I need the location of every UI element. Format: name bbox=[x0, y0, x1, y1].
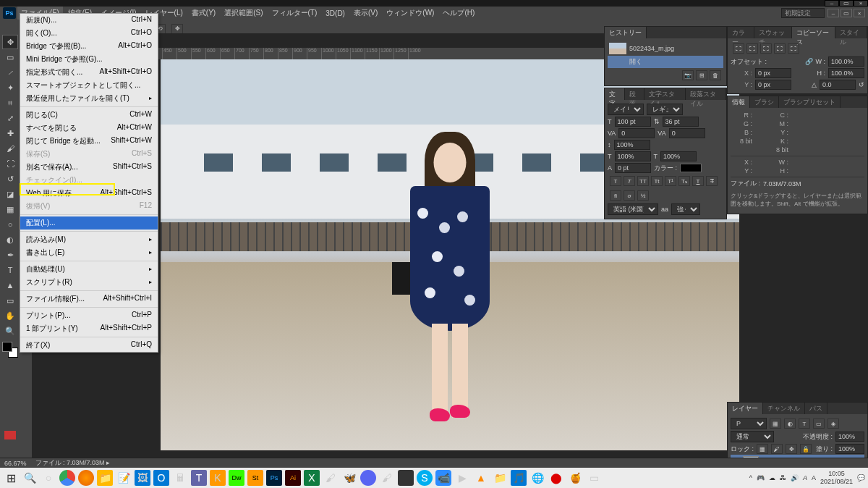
illustrator-icon[interactable]: Ai bbox=[285, 470, 301, 486]
menu-help[interactable]: ヘルプ(H) bbox=[439, 7, 478, 20]
paths-tab[interactable]: パス bbox=[805, 403, 827, 414]
clone-src-5[interactable]: ⛶ bbox=[788, 43, 799, 54]
channels-tab[interactable]: チャンネル bbox=[763, 403, 805, 414]
quick-mask-toggle[interactable] bbox=[4, 431, 16, 439]
media-icon[interactable]: ▶ bbox=[454, 470, 470, 486]
globe-icon[interactable]: 🌐 bbox=[529, 470, 545, 486]
file-menu-item[interactable]: 最近使用したファイルを開く(T) bbox=[20, 92, 158, 105]
fill-input[interactable] bbox=[835, 444, 864, 454]
opacity-input[interactable] bbox=[835, 432, 864, 442]
brush-tab[interactable]: ブラシ bbox=[750, 96, 779, 108]
cortana-icon[interactable]: ○ bbox=[41, 470, 56, 486]
filter-smart-icon[interactable]: ◈ bbox=[827, 418, 839, 429]
file-menu-item[interactable]: 指定形式で開く...Alt+Shift+Ctrl+O bbox=[20, 66, 158, 79]
text-color-swatch[interactable] bbox=[680, 164, 702, 172]
notification-icon[interactable]: 💬 bbox=[857, 474, 865, 481]
file-menu-item[interactable]: 自動処理(U) bbox=[20, 263, 158, 276]
ime-icon[interactable]: A bbox=[812, 474, 816, 481]
strikethrough-button[interactable]: T̶ bbox=[706, 176, 718, 186]
tray-network-icon[interactable]: 🖧 bbox=[780, 474, 786, 481]
copysource-tab[interactable]: コピーソース bbox=[792, 27, 835, 38]
eyedropper-tool[interactable]: ⤢ bbox=[2, 111, 18, 125]
lock-position-icon[interactable]: ✥ bbox=[786, 444, 797, 454]
font-size-input[interactable] bbox=[615, 117, 651, 127]
color-swatches[interactable] bbox=[2, 342, 18, 358]
st-icon[interactable]: St bbox=[247, 470, 263, 486]
menu-filter[interactable]: フィルター(T) bbox=[268, 7, 321, 20]
doc-close-button[interactable]: × bbox=[854, 9, 865, 17]
file-menu-item[interactable]: 閉じて Bridge を起動...Shift+Ctrl+W bbox=[20, 135, 158, 148]
move-tool[interactable]: ✥ bbox=[2, 35, 18, 49]
reset-icon[interactable]: ↺ bbox=[859, 81, 864, 88]
color-tab[interactable]: カラー bbox=[728, 27, 754, 38]
outlook-icon[interactable]: O bbox=[153, 470, 169, 486]
menu-view[interactable]: 表示(V) bbox=[350, 7, 381, 20]
hscale2-input[interactable] bbox=[660, 151, 697, 161]
maximize-button[interactable]: ▭ bbox=[839, 0, 854, 7]
tray-cloud-icon[interactable]: ☁ bbox=[769, 474, 775, 481]
baseline-input[interactable] bbox=[615, 163, 651, 173]
blend-mode-select[interactable]: 通常 bbox=[731, 431, 774, 442]
dreamweaver-icon[interactable]: Dw bbox=[229, 470, 244, 486]
tracking-input[interactable] bbox=[669, 128, 705, 138]
explorer-icon[interactable]: 📁 bbox=[97, 470, 113, 486]
dodge-tool[interactable]: ◐ bbox=[2, 232, 18, 247]
ime-a-icon[interactable]: A bbox=[803, 474, 807, 481]
photos-icon[interactable]: 🖼 bbox=[135, 470, 150, 486]
brush-app-icon[interactable]: 🖌 bbox=[323, 470, 339, 486]
file-menu-item[interactable]: 書き出し(E) bbox=[20, 246, 158, 259]
path-select-tool[interactable]: ▲ bbox=[2, 278, 18, 293]
taskbar-clock[interactable]: 10:05 2021/08/21 bbox=[820, 470, 853, 486]
menu-window[interactable]: ウィンドウ(W) bbox=[383, 7, 438, 20]
lasso-tool[interactable]: ⟋ bbox=[2, 65, 18, 80]
file-menu-item[interactable]: 配置(L)... bbox=[20, 216, 158, 230]
file-menu-item[interactable]: スクリプト(R) bbox=[20, 276, 158, 289]
x-input[interactable] bbox=[755, 68, 791, 78]
history-brush-tool[interactable]: ↺ bbox=[2, 172, 18, 186]
magic-wand-tool[interactable]: ✦ bbox=[2, 80, 18, 95]
char-tab[interactable]: 文字 bbox=[605, 88, 625, 100]
vscale-input[interactable] bbox=[614, 140, 650, 150]
gradient-tool[interactable]: ▦ bbox=[2, 202, 18, 216]
photoshop-icon[interactable]: Ps bbox=[266, 470, 282, 486]
file-menu-item[interactable]: 閉じる(C)Ctrl+W bbox=[20, 109, 158, 122]
tray-gamepad-icon[interactable]: 🎮 bbox=[757, 474, 765, 481]
history-document-row[interactable]: 5022434_m.jpg bbox=[608, 41, 723, 56]
doc-minimize-button[interactable]: – bbox=[827, 9, 839, 17]
fi-button[interactable]: fi bbox=[610, 190, 621, 201]
font-family-select[interactable]: メイリオ bbox=[608, 104, 644, 115]
italic-button[interactable]: T bbox=[624, 176, 635, 186]
pen-tool[interactable]: ✒ bbox=[2, 248, 18, 262]
bold-button[interactable]: T bbox=[610, 176, 621, 186]
pot-icon[interactable]: 🍯 bbox=[567, 470, 583, 486]
clone-src-1[interactable]: ⛶ bbox=[733, 43, 744, 54]
lock-transparent-icon[interactable]: ▦ bbox=[757, 444, 768, 454]
allcaps-button[interactable]: TT bbox=[637, 176, 649, 186]
paint-icon[interactable]: 🖌 bbox=[379, 470, 395, 486]
language-select[interactable]: 英語 (米国) bbox=[608, 203, 658, 215]
zoom-tool[interactable]: 🔍 bbox=[2, 324, 18, 338]
notepad-icon[interactable]: 📝 bbox=[116, 470, 132, 486]
excel-icon[interactable]: X bbox=[304, 470, 320, 486]
clone-src-3[interactable]: ⛶ bbox=[760, 43, 772, 54]
discord-icon[interactable] bbox=[360, 470, 376, 486]
zoom-level[interactable]: 66.67% bbox=[4, 460, 27, 467]
obs-icon[interactable] bbox=[398, 470, 414, 486]
blur-tool[interactable]: ○ bbox=[2, 217, 18, 232]
info-tab[interactable]: 情報 bbox=[728, 96, 750, 108]
file-menu-item[interactable]: 1 部プリント(Y)Alt+Shift+Ctrl+P bbox=[20, 322, 158, 335]
subscript-button[interactable]: T₁ bbox=[678, 176, 690, 186]
file-menu-item[interactable]: 別名で保存(A)...Shift+Ctrl+S bbox=[20, 161, 158, 174]
leading-input[interactable] bbox=[663, 117, 699, 127]
file-menu-item[interactable]: プリント(P)...Ctrl+P bbox=[20, 309, 158, 322]
filter-type-icon[interactable]: T bbox=[799, 418, 810, 429]
link-icon[interactable]: 🔗 bbox=[805, 58, 813, 65]
clone-src-2[interactable]: ⛶ bbox=[746, 43, 758, 54]
search-icon[interactable]: 🔍 bbox=[22, 470, 38, 486]
menu-3d[interactable]: 3D(D) bbox=[322, 8, 349, 19]
music-icon[interactable]: 🎵 bbox=[511, 470, 527, 486]
file-menu-item[interactable]: 読み込み(M) bbox=[20, 233, 158, 246]
style-tab[interactable]: スタイル bbox=[835, 27, 867, 38]
font-weight-select[interactable]: レギュ... bbox=[647, 104, 683, 115]
file-menu-item[interactable]: ファイル情報(F)...Alt+Shift+Ctrl+I bbox=[20, 293, 158, 306]
